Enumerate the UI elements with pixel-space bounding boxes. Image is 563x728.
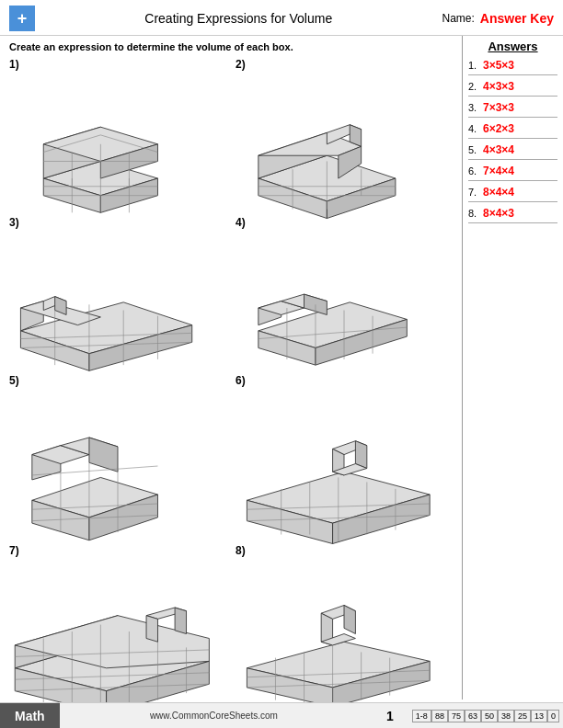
score-63: 63 — [465, 710, 481, 722]
problem-3-figure — [9, 231, 226, 385]
problem-6-figure — [236, 389, 453, 554]
svg-marker-61 — [89, 438, 118, 472]
score-75: 75 — [448, 710, 465, 722]
problem-1-figure — [9, 73, 226, 227]
answer-item: 7. 8×4×4 — [468, 186, 557, 202]
problem-7: 7) — [9, 544, 226, 710]
header-title: Creating Expressions for Volume — [35, 11, 442, 26]
problem-6: 6) — [236, 374, 453, 540]
answer-value: 8×4×3 — [483, 207, 514, 220]
score-50: 50 — [481, 710, 498, 722]
problem-8: 8) — [236, 544, 453, 710]
footer-url: www.CommonCoreSheets.com — [60, 711, 368, 721]
answer-number: 1. — [468, 60, 483, 71]
score-38: 38 — [498, 710, 514, 722]
problems-grid: 1) — [9, 58, 453, 710]
answer-value: 7×4×4 — [483, 165, 514, 177]
answer-item: 8. 8×4×3 — [468, 207, 557, 223]
answer-item: 2. 4×3×3 — [468, 80, 557, 97]
answer-number: 5. — [468, 144, 483, 155]
problem-1: 1) — [9, 58, 226, 212]
svg-marker-98 — [146, 615, 157, 642]
answer-item: 1. 3×5×3 — [468, 59, 557, 75]
problem-3: 3) — [9, 216, 226, 370]
answer-item: 6. 7×4×4 — [468, 165, 557, 181]
problem-2-number: 2) — [236, 58, 453, 71]
answer-value: 7×3×3 — [483, 101, 514, 114]
footer-page: 1 — [368, 709, 412, 723]
footer-scores: 1-8 88 75 63 50 38 25 13 0 — [412, 710, 559, 722]
problem-1-number: 1) — [9, 58, 226, 71]
answer-number: 8. — [468, 208, 483, 219]
svg-marker-104 — [344, 605, 355, 633]
problem-4-number: 4) — [236, 216, 453, 229]
problem-5-number: 5) — [9, 374, 226, 387]
logo-icon: + — [9, 6, 35, 31]
answer-number: 2. — [468, 81, 483, 92]
problem-8-figure — [236, 559, 453, 724]
answer-key-label: Answer Key — [480, 11, 554, 26]
answer-number: 6. — [468, 165, 483, 176]
problem-8-number: 8) — [236, 544, 453, 557]
answers-panel: Answers 1. 3×5×32. 4×3×33. 7×3×34. 6×2×3… — [462, 36, 563, 700]
problem-2: 2) — [236, 58, 453, 212]
answer-item: 3. 7×3×3 — [468, 101, 557, 118]
problem-3-number: 3) — [9, 216, 226, 229]
answers-list: 1. 3×5×32. 4×3×33. 7×3×34. 6×2×35. 4×3×4… — [468, 59, 557, 223]
answer-number: 4. — [468, 123, 483, 134]
score-13: 13 — [531, 710, 547, 722]
problem-7-figure — [9, 559, 226, 724]
problem-4-figure — [236, 231, 453, 385]
score-range: 1-8 — [412, 710, 431, 722]
problem-5-figure — [9, 389, 226, 554]
answer-number: 7. — [468, 187, 483, 198]
problem-6-number: 6) — [236, 374, 453, 387]
name-label: Name: — [442, 12, 475, 25]
answer-number: 3. — [468, 102, 483, 113]
answer-value: 3×5×3 — [483, 59, 514, 72]
instructions: Create an expression to determine the vo… — [9, 41, 453, 52]
answer-value: 4×3×3 — [483, 80, 514, 93]
answer-value: 6×2×3 — [483, 122, 514, 135]
footer: Math www.CommonCoreSheets.com 1 1-8 88 7… — [0, 702, 563, 728]
problem-2-figure — [236, 73, 453, 227]
answer-item: 4. 6×2×3 — [468, 122, 557, 139]
problem-4: 4) — [236, 216, 453, 370]
problem-7-number: 7) — [9, 544, 226, 557]
score-88: 88 — [431, 710, 448, 722]
answer-item: 5. 4×3×4 — [468, 143, 557, 160]
answers-title: Answers — [468, 40, 557, 53]
problem-5: 5) — [9, 374, 226, 540]
score-0: 0 — [547, 710, 559, 722]
footer-math-label: Math — [0, 703, 60, 728]
header: + Creating Expressions for Volume Name: … — [0, 0, 563, 36]
score-25: 25 — [514, 710, 531, 722]
answer-value: 8×4×4 — [483, 186, 514, 199]
main-content: Create an expression to determine the vo… — [0, 36, 563, 700]
left-area: Create an expression to determine the vo… — [0, 36, 462, 700]
answer-value: 4×3×4 — [483, 143, 514, 156]
svg-marker-97 — [175, 608, 186, 634]
